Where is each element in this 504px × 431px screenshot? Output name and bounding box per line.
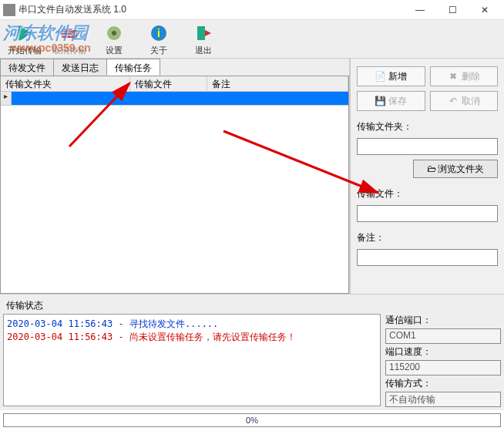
col-file: 传输文件 <box>130 76 207 91</box>
stop-icon: STOP <box>59 22 80 44</box>
save-icon: 💾 <box>375 96 385 106</box>
table-row[interactable]: ▸ <box>1 92 348 106</box>
delete-icon: ✖ <box>448 71 459 82</box>
exit-icon <box>193 22 214 44</box>
delete-button: ✖删除 <box>430 66 499 86</box>
left-pane: 待发文件 发送日志 传输任务 传输文件夹 传输文件 备注 ▸ <box>0 59 350 294</box>
mode-label: 传输方式： <box>385 377 501 390</box>
col-note: 备注 <box>207 76 348 91</box>
maximize-button[interactable]: ☐ <box>436 1 469 19</box>
new-button[interactable]: 📄新增 <box>357 66 425 86</box>
log-line: 2020-03-04 11:56:43 - 寻找待发文件...... <box>7 318 377 331</box>
mode-value: 不自动传输 <box>385 392 501 407</box>
tabs: 待发文件 发送日志 传输任务 <box>0 59 349 76</box>
window-title: 串口文件自动发送系统 1.0 <box>18 3 126 16</box>
minimize-button[interactable]: — <box>404 1 436 19</box>
port-value: COM1 <box>385 328 501 344</box>
port-label: 通信端口： <box>385 314 501 327</box>
cancel-button: ↶取消 <box>430 91 499 111</box>
undo-icon: ↶ <box>448 96 459 106</box>
log-box[interactable]: 2020-03-04 11:56:43 - 寻找待发文件...... 2020-… <box>3 314 381 406</box>
app-icon <box>3 4 15 16</box>
col-folder: 传输文件夹 <box>1 76 130 91</box>
folder-input[interactable] <box>357 138 498 155</box>
exit-button[interactable]: 退出 <box>185 22 222 56</box>
about-button[interactable]: i 关于 <box>140 22 177 56</box>
gear-icon <box>103 22 125 44</box>
connection-info: 通信端口： COM1 端口速度： 115200 传输方式： 不自动传输 <box>385 314 501 407</box>
settings-button[interactable]: 设置 <box>96 22 133 56</box>
tab-transfer-tasks[interactable]: 传输任务 <box>106 59 160 76</box>
progress-bar: 0% <box>3 413 501 427</box>
svg-marker-8 <box>205 30 211 36</box>
status-label: 传输状态 <box>3 298 501 314</box>
folder-icon: 🗁 <box>427 163 436 174</box>
start-transfer-button[interactable]: 开始传输 <box>6 22 43 56</box>
new-icon: 📄 <box>375 71 385 82</box>
tab-send-log[interactable]: 发送日志 <box>53 59 107 76</box>
play-icon <box>14 22 35 44</box>
file-label: 传输文件： <box>357 187 498 200</box>
note-input[interactable] <box>357 249 498 266</box>
tab-pending-files[interactable]: 待发文件 <box>0 59 54 76</box>
detail-panel: 📄新增 ✖删除 💾保存 ↶取消 传输文件夹： 🗁浏览文件夹 传输文件： 备注： <box>350 59 504 294</box>
titlebar: 串口文件自动发送系统 1.0 — ☐ ✕ <box>0 0 504 20</box>
baud-label: 端口速度： <box>385 345 501 359</box>
status-section: 传输状态 2020-03-04 11:56:43 - 寻找待发文件...... … <box>0 294 504 410</box>
task-table[interactable]: 传输文件夹 传输文件 备注 ▸ <box>0 76 349 294</box>
svg-text:i: i <box>157 27 160 39</box>
folder-label: 传输文件夹： <box>357 120 498 133</box>
toolbar: 开始传输 STOP 取消传输 设置 i 关于 退出 <box>0 20 504 59</box>
window-controls: — ☐ ✕ <box>404 1 501 19</box>
progress-text: 0% <box>246 416 258 425</box>
cancel-transfer-button: STOP 取消传输 <box>51 22 88 56</box>
table-header: 传输文件夹 传输文件 备注 <box>1 76 348 92</box>
baud-value: 115200 <box>385 360 501 375</box>
svg-marker-0 <box>18 25 32 41</box>
log-line: 2020-03-04 11:56:43 - 尚未设置传输任务，请先设置传输任务！ <box>7 331 377 344</box>
browse-folder-button[interactable]: 🗁浏览文件夹 <box>413 160 498 178</box>
svg-point-4 <box>112 31 116 35</box>
file-input[interactable] <box>357 205 498 222</box>
close-button[interactable]: ✕ <box>469 1 501 19</box>
save-button: 💾保存 <box>357 91 425 111</box>
info-icon: i <box>148 22 170 44</box>
svg-rect-7 <box>197 26 205 40</box>
svg-text:STOP: STOP <box>62 32 77 37</box>
note-label: 备注： <box>357 231 498 244</box>
row-marker-icon: ▸ <box>1 92 12 105</box>
